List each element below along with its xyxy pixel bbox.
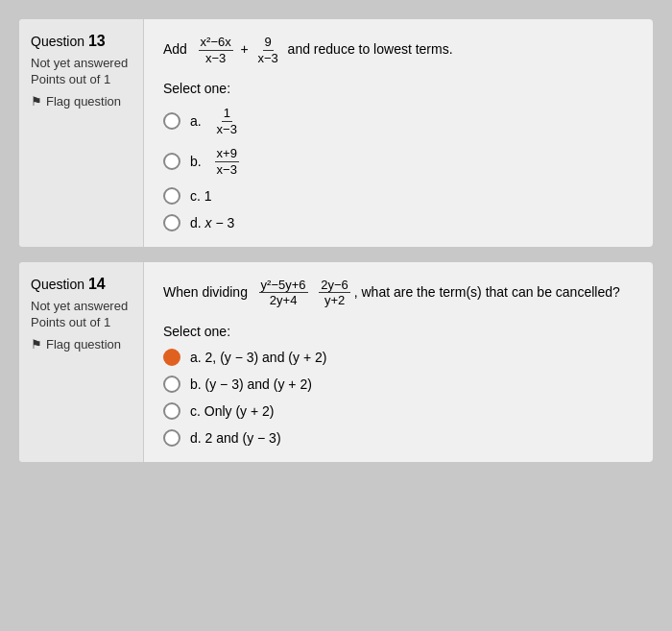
option-14-b-text: b. (y − 3) and (y + 2) — [190, 376, 312, 392]
option-13-b-label: b. — [190, 154, 205, 169]
select-one-label-14: Select one: — [163, 324, 634, 339]
instruction-prefix-14: When dividing — [163, 283, 248, 299]
question-13-text: Add x²−6x x−3 + 9 x−3 and reduce to lowe… — [163, 35, 634, 65]
option-13-d-text: d. x − 3 — [190, 215, 234, 231]
question-13-status: Not yet answered — [31, 56, 132, 70]
question-13-sidebar: Question 13 Not yet answered Points out … — [19, 19, 144, 247]
flag-icon-14: ⚑ — [31, 337, 42, 352]
flag-icon: ⚑ — [31, 94, 42, 109]
q14-suffix: , what are the term(s) that can be cance… — [354, 283, 620, 299]
question-14-body: When dividing y²−5y+6 2y+4 2y−6 y+2 , wh… — [144, 262, 653, 462]
option-13-a[interactable]: a. 1 x−3 — [163, 106, 634, 136]
option-14-a-text: a. 2, (y − 3) and (y + 2) — [190, 350, 326, 365]
option-14-a[interactable]: a. 2, (y − 3) and (y + 2) — [163, 349, 634, 366]
option-14-d-text: d. 2 and (y − 3) — [190, 430, 281, 446]
option-13-d[interactable]: d. x − 3 — [163, 214, 634, 231]
option-13-a-fraction: 1 x−3 — [215, 106, 239, 136]
question-13-body: Add x²−6x x−3 + 9 x−3 and reduce to lowe… — [144, 19, 653, 247]
option-14-c[interactable]: c. Only (y + 2) — [163, 402, 634, 420]
instruction-prefix: Add — [163, 41, 187, 57]
select-one-label-13: Select one: — [163, 81, 634, 96]
question-14-status: Not yet answered — [31, 299, 132, 313]
option-13-c[interactable]: c. 1 — [163, 187, 634, 205]
question-13-card: Question 13 Not yet answered Points out … — [19, 19, 653, 247]
fraction-2: 9 x−3 — [256, 35, 280, 65]
question-14-flag[interactable]: ⚑ Flag question — [31, 337, 132, 352]
option-13-a-radio[interactable] — [163, 112, 180, 130]
question-13-flag[interactable]: ⚑ Flag question — [31, 94, 132, 109]
option-13-c-text: c. 1 — [190, 188, 212, 204]
question-13-points: Points out of 1 — [31, 72, 132, 86]
option-13-d-radio[interactable] — [163, 214, 180, 231]
option-14-b-radio[interactable] — [163, 376, 180, 393]
option-14-b[interactable]: b. (y − 3) and (y + 2) — [163, 376, 634, 393]
option-14-c-text: c. Only (y + 2) — [190, 403, 275, 419]
options-list-13: a. 1 x−3 b. x+9 x−3 c. 1 — [163, 106, 634, 231]
q14-fraction-1: y²−5y+6 2y+4 — [259, 278, 308, 308]
options-list-14: a. 2, (y − 3) and (y + 2) b. (y − 3) and… — [163, 349, 634, 447]
option-13-b-radio[interactable] — [163, 153, 180, 170]
question-14-sidebar: Question 14 Not yet answered Points out … — [19, 262, 144, 462]
option-13-b[interactable]: b. x+9 x−3 — [163, 146, 634, 177]
option-13-c-radio[interactable] — [163, 187, 180, 205]
option-13-a-label: a. — [190, 113, 205, 129]
question-14-card: Question 14 Not yet answered Points out … — [19, 262, 653, 462]
option-14-d-radio[interactable] — [163, 429, 180, 447]
option-14-d[interactable]: d. 2 and (y − 3) — [163, 429, 634, 447]
option-13-b-fraction: x+9 x−3 — [215, 146, 239, 177]
question-14-text: When dividing y²−5y+6 2y+4 2y−6 y+2 , wh… — [163, 278, 634, 308]
option-14-a-radio[interactable] — [163, 349, 180, 366]
question-14-points: Points out of 1 — [31, 315, 132, 329]
question-14-number: Question 14 — [31, 276, 132, 293]
fraction-1: x²−6x x−3 — [199, 35, 233, 65]
question-13-number: Question 13 — [31, 33, 132, 50]
option-14-c-radio[interactable] — [163, 402, 180, 420]
q14-fraction-2: 2y−6 y+2 — [319, 278, 350, 308]
